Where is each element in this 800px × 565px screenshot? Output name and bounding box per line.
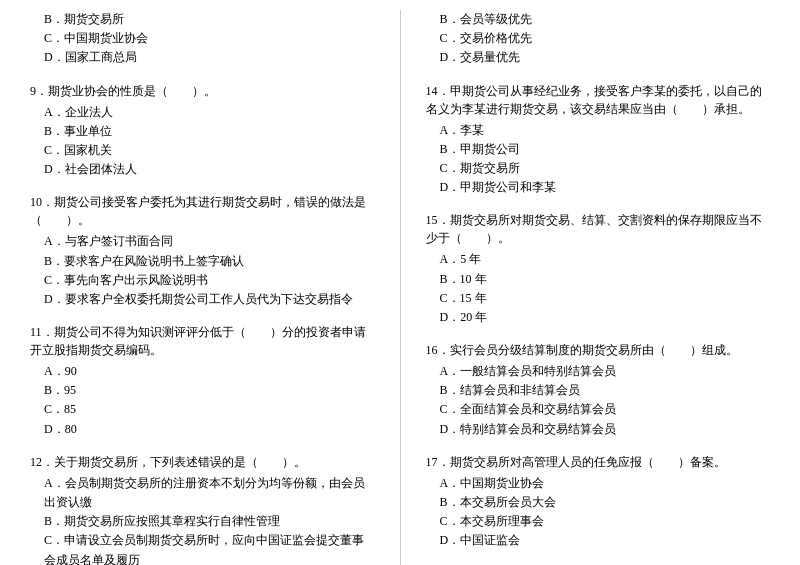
right-top-options: B．会员等级优先 C．交易价格优先 D．交易量优先 <box>426 10 771 68</box>
q9-option-c: C．国家机关 <box>30 141 375 160</box>
left-top-options: B．期货交易所 C．中国期货业协会 D．国家工商总局 <box>30 10 375 68</box>
q11-option-d: D．80 <box>30 420 375 439</box>
q9-option-b: B．事业单位 <box>30 122 375 141</box>
option-d-volume-priority: D．交易量优先 <box>426 48 771 67</box>
question-11: 11．期货公司不得为知识测评评分低于（ ）分的投资者申请开立股指期货交易编码。 … <box>30 323 375 439</box>
question-14: 14．甲期货公司从事经纪业务，接受客户李某的委托，以自己的名义为李某进行期货交易… <box>426 82 771 198</box>
question-17: 17．期货交易所对高管理人员的任免应报（ ）备案。 A．中国期货业协会 B．本交… <box>426 453 771 551</box>
q15-option-a: A．5 年 <box>426 250 771 269</box>
question-16-title: 16．实行会员分级结算制度的期货交易所由（ ）组成。 <box>426 341 771 359</box>
q17-option-d: D．中国证监会 <box>426 531 771 550</box>
question-14-title: 14．甲期货公司从事经纪业务，接受客户李某的委托，以自己的名义为李某进行期货交易… <box>426 82 771 118</box>
q14-option-c: C．期货交易所 <box>426 159 771 178</box>
option-c-price-priority: C．交易价格优先 <box>426 29 771 48</box>
option-b-futures-exchange: B．期货交易所 <box>30 10 375 29</box>
q16-option-b: B．结算会员和非结算会员 <box>426 381 771 400</box>
q16-option-a: A．一般结算会员和特别结算会员 <box>426 362 771 381</box>
q10-option-a: A．与客户签订书面合同 <box>30 232 375 251</box>
question-12: 12．关于期货交易所，下列表述错误的是（ ）。 A．会员制期货交易所的注册资本不… <box>30 453 375 565</box>
question-10: 10．期货公司接受客户委托为其进行期货交易时，错误的做法是（ ）。 A．与客户签… <box>30 193 375 309</box>
q11-option-b: B．95 <box>30 381 375 400</box>
question-12-title: 12．关于期货交易所，下列表述错误的是（ ）。 <box>30 453 375 471</box>
q16-option-d: D．特别结算会员和交易结算会员 <box>426 420 771 439</box>
q14-option-a: A．李某 <box>426 121 771 140</box>
q17-option-a: A．中国期货业协会 <box>426 474 771 493</box>
q17-option-b: B．本交易所会员大会 <box>426 493 771 512</box>
question-15: 15．期货交易所对期货交易、结算、交割资料的保存期限应当不少于（ ）。 A．5 … <box>426 211 771 327</box>
q10-option-d: D．要求客户全权委托期货公司工作人员代为下达交易指令 <box>30 290 375 309</box>
q15-option-b: B．10 年 <box>426 270 771 289</box>
q11-option-c: C．85 <box>30 400 375 419</box>
question-11-title: 11．期货公司不得为知识测评评分低于（ ）分的投资者申请开立股指期货交易编码。 <box>30 323 375 359</box>
q9-option-d: D．社会团体法人 <box>30 160 375 179</box>
q10-option-b: B．要求客户在风险说明书上签字确认 <box>30 252 375 271</box>
q16-option-c: C．全面结算会员和交易结算会员 <box>426 400 771 419</box>
question-16: 16．实行会员分级结算制度的期货交易所由（ ）组成。 A．一般结算会员和特别结算… <box>426 341 771 439</box>
option-c-china-futures-assoc: C．中国期货业协会 <box>30 29 375 48</box>
option-b-member-priority: B．会员等级优先 <box>426 10 771 29</box>
q12-option-a: A．会员制期货交易所的注册资本不划分为均等份额，由会员出资认缴 <box>30 474 375 512</box>
q15-option-d: D．20 年 <box>426 308 771 327</box>
option-d-state-admin: D．国家工商总局 <box>30 48 375 67</box>
question-15-title: 15．期货交易所对期货交易、结算、交割资料的保存期限应当不少于（ ）。 <box>426 211 771 247</box>
left-column: B．期货交易所 C．中国期货业协会 D．国家工商总局 9．期货业协会的性质是（ … <box>30 10 375 565</box>
q11-option-a: A．90 <box>30 362 375 381</box>
q12-option-c: C．申请设立会员制期货交易所时，应向中国证监会提交董事会成员名单及履历 <box>30 531 375 565</box>
q12-option-b: B．期货交易所应按照其章程实行自律性管理 <box>30 512 375 531</box>
page-container: B．期货交易所 C．中国期货业协会 D．国家工商总局 9．期货业协会的性质是（ … <box>30 10 770 565</box>
q14-option-b: B．甲期货公司 <box>426 140 771 159</box>
q17-option-c: C．本交易所理事会 <box>426 512 771 531</box>
main-columns: B．期货交易所 C．中国期货业协会 D．国家工商总局 9．期货业协会的性质是（ … <box>30 10 770 565</box>
q15-option-c: C．15 年 <box>426 289 771 308</box>
question-10-title: 10．期货公司接受客户委托为其进行期货交易时，错误的做法是（ ）。 <box>30 193 375 229</box>
q14-option-d: D．甲期货公司和李某 <box>426 178 771 197</box>
q9-option-a: A．企业法人 <box>30 103 375 122</box>
q10-option-c: C．事先向客户出示风险说明书 <box>30 271 375 290</box>
right-column: B．会员等级优先 C．交易价格优先 D．交易量优先 14．甲期货公司从事经纪业务… <box>426 10 771 565</box>
question-17-title: 17．期货交易所对高管理人员的任免应报（ ）备案。 <box>426 453 771 471</box>
column-divider <box>400 10 401 565</box>
question-9: 9．期货业协会的性质是（ ）。 A．企业法人 B．事业单位 C．国家机关 D．社… <box>30 82 375 180</box>
question-9-title: 9．期货业协会的性质是（ ）。 <box>30 82 375 100</box>
